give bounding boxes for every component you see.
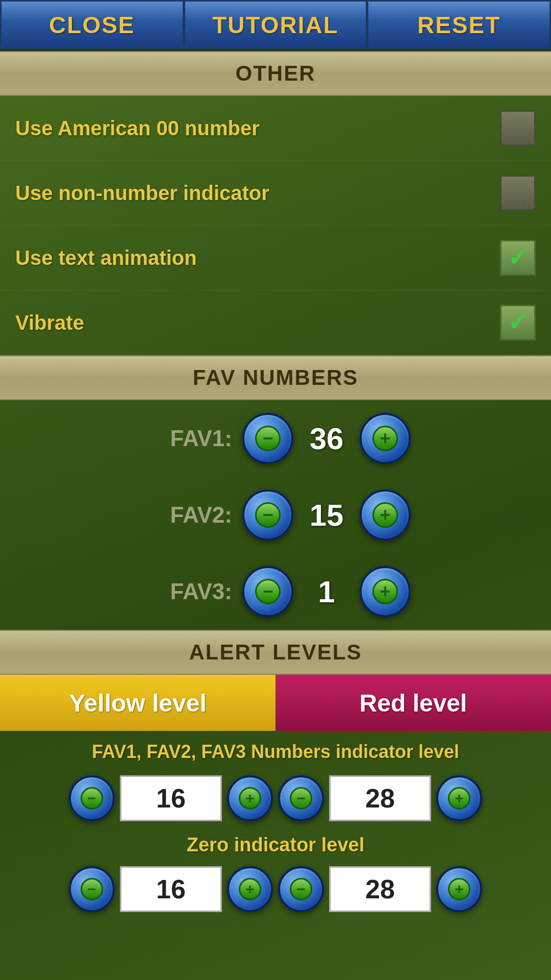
fav3-row: FAV3: − 1 +	[0, 553, 551, 630]
top-bar: CLOSE TUTORIAL RESET	[0, 0, 551, 51]
american00-label: Use American 00 number	[15, 117, 260, 140]
minus-icon: −	[255, 426, 281, 451]
plus-icon5: +	[448, 787, 470, 810]
textanimation-checkbox[interactable]: ✓	[500, 240, 536, 276]
minus-icon4: −	[81, 787, 103, 810]
checkmark-icon: ✓	[508, 246, 528, 270]
nonnumber-checkbox[interactable]	[500, 175, 536, 211]
fav1-plus-button[interactable]: +	[360, 413, 411, 464]
setting-nonnumber: Use non-number indicator	[0, 161, 551, 226]
plus-icon2: +	[372, 502, 398, 528]
tutorial-button[interactable]: TUTORIAL	[184, 0, 367, 50]
fav3-value: 1	[293, 574, 360, 609]
textanimation-label: Use text animation	[15, 247, 197, 270]
nonnumber-label: Use non-number indicator	[15, 182, 269, 205]
vibrate-checkbox[interactable]: ✓	[500, 305, 536, 340]
american00-checkbox[interactable]	[500, 110, 536, 146]
fav-indicator-label: FAV1, FAV2, FAV3 Numbers indicator level	[0, 731, 551, 768]
fav-indicator-controls: − + − +	[0, 768, 551, 829]
zero-indicator-label: Zero indicator level	[0, 829, 551, 859]
fav1-label: FAV1:	[140, 426, 242, 451]
fav2-plus-button[interactable]: +	[360, 489, 411, 541]
fav-red-minus-button[interactable]: −	[278, 775, 324, 821]
vibrate-label: Vibrate	[15, 311, 84, 334]
zero-indicator-controls: − + − +	[0, 859, 551, 920]
reset-button[interactable]: RESET	[367, 0, 551, 50]
fav-yellow-input[interactable]	[120, 775, 222, 821]
minus-icon2: −	[255, 502, 281, 528]
fav1-minus-button[interactable]: −	[242, 413, 293, 464]
fav1-row: FAV1: − 36 +	[0, 400, 551, 477]
fav-red-input[interactable]	[329, 775, 431, 821]
fav-numbers-header: FAV NUMBERS	[0, 355, 551, 400]
other-section-header: OTHER	[0, 51, 551, 96]
fav2-row: FAV2: − 15 +	[0, 477, 551, 553]
plus-icon7: +	[448, 878, 470, 900]
fav-yellow-minus-button[interactable]: −	[69, 775, 115, 821]
setting-textanimation: Use text animation ✓	[0, 226, 551, 290]
zero-red-minus-button[interactable]: −	[278, 866, 324, 912]
zero-red-plus-button[interactable]: +	[436, 866, 482, 912]
fav3-label: FAV3:	[140, 579, 242, 604]
fav-red-plus-button[interactable]: +	[436, 775, 482, 821]
plus-icon: +	[372, 426, 398, 451]
zero-yellow-input[interactable]	[120, 866, 222, 912]
fav2-minus-button[interactable]: −	[242, 489, 293, 541]
fav-yellow-plus-button[interactable]: +	[227, 775, 273, 821]
alert-bar: Yellow level Red level	[0, 675, 551, 731]
main-background: CLOSE TUTORIAL RESET OTHER Use American …	[0, 0, 551, 980]
close-button[interactable]: CLOSE	[0, 0, 184, 50]
zero-red-input[interactable]	[329, 866, 431, 912]
fav1-value: 36	[293, 421, 360, 456]
minus-icon3: −	[255, 579, 281, 604]
fav3-plus-button[interactable]: +	[360, 566, 411, 617]
alert-levels-header: ALERT LEVELS	[0, 630, 551, 675]
plus-icon6: +	[239, 878, 261, 900]
setting-vibrate: Vibrate ✓	[0, 290, 551, 355]
fav2-value: 15	[293, 498, 360, 533]
setting-american00: Use American 00 number	[0, 96, 551, 161]
yellow-level-button[interactable]: Yellow level	[0, 675, 276, 731]
zero-yellow-minus-button[interactable]: −	[69, 866, 115, 912]
fav2-label: FAV2:	[140, 502, 242, 528]
minus-icon5: −	[290, 787, 312, 810]
minus-icon7: −	[290, 878, 312, 900]
plus-icon4: +	[239, 787, 261, 810]
zero-yellow-plus-button[interactable]: +	[227, 866, 273, 912]
plus-icon3: +	[372, 579, 398, 604]
minus-icon6: −	[81, 878, 103, 900]
fav3-minus-button[interactable]: −	[242, 566, 293, 617]
checkmark-icon2: ✓	[508, 310, 528, 335]
red-level-button[interactable]: Red level	[276, 675, 551, 731]
